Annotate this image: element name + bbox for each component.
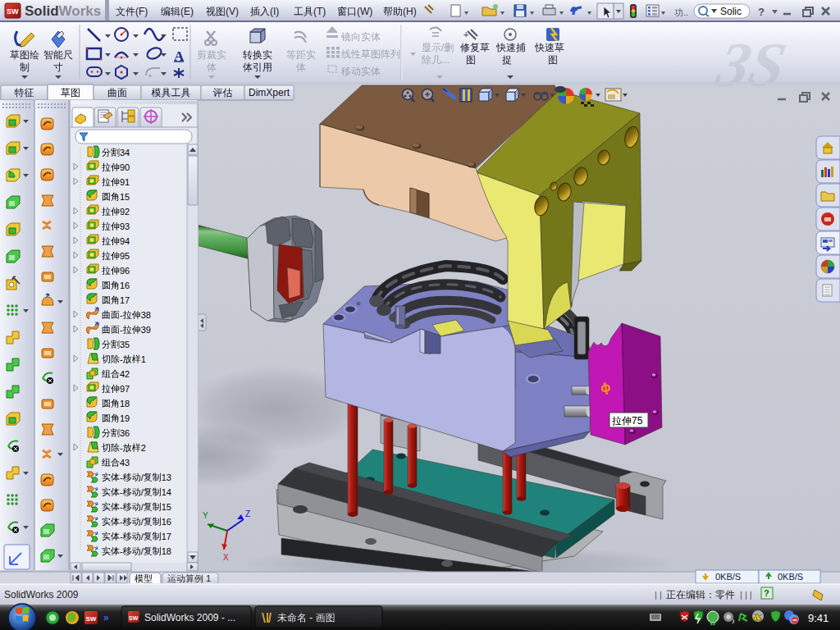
svg-text:95: 95 <box>120 251 130 261</box>
svg-text:»: » <box>103 612 109 623</box>
svg-text:SolidWorks: SolidWorks <box>25 3 101 19</box>
svg-text:17: 17 <box>120 295 130 305</box>
svg-text:35: 35 <box>120 340 130 349</box>
svg-text:97: 97 <box>120 384 130 394</box>
svg-text:18: 18 <box>162 546 171 556</box>
svg-text:75: 75 <box>632 415 643 427</box>
svg-text:?: ? <box>764 588 769 598</box>
svg-text:14: 14 <box>162 487 171 497</box>
svg-text:DimXpert: DimXpert <box>249 87 290 98</box>
svg-text:-: - <box>120 325 123 335</box>
svg-text:+: + <box>148 71 153 80</box>
svg-text:96: 96 <box>120 266 130 276</box>
svg-text:Z: Z <box>245 509 250 518</box>
svg-text:(F): (F) <box>135 6 148 17</box>
svg-text:...: ... <box>441 54 450 66</box>
svg-text:SW: SW <box>7 7 19 16</box>
svg-text:43: 43 <box>120 458 130 468</box>
svg-text:16: 16 <box>162 517 171 527</box>
svg-text:| |: | | <box>655 590 662 600</box>
svg-text:| | |: | | | <box>740 590 752 600</box>
svg-text:16: 16 <box>120 281 130 290</box>
svg-text:!: ! <box>756 616 758 621</box>
svg-text:0KB/S: 0KB/S <box>778 572 803 582</box>
svg-text:19: 19 <box>120 413 130 423</box>
svg-text:-: - <box>120 517 123 527</box>
svg-text:13: 13 <box>162 472 171 482</box>
svg-text:-: - <box>120 443 123 453</box>
svg-text:94: 94 <box>120 236 130 246</box>
svg-text:91: 91 <box>120 177 130 187</box>
svg-text:15: 15 <box>162 502 171 512</box>
svg-text:(H): (H) <box>403 6 417 17</box>
svg-text:0KB/S: 0KB/S <box>715 572 741 582</box>
svg-text:38: 38 <box>141 310 151 320</box>
svg-text:..: .. <box>683 7 688 17</box>
svg-text:Y: Y <box>203 511 208 520</box>
svg-text:-: - <box>120 310 123 320</box>
svg-text:-: - <box>120 532 123 541</box>
svg-text:X: X <box>223 553 229 562</box>
svg-text:92: 92 <box>120 207 130 217</box>
svg-text:15: 15 <box>120 192 130 202</box>
svg-text:18: 18 <box>120 399 130 409</box>
svg-text:-: - <box>120 472 123 482</box>
svg-text:-: - <box>120 502 123 512</box>
svg-text:(W): (W) <box>357 6 372 17</box>
svg-text:2: 2 <box>141 443 146 453</box>
svg-text:(T): (T) <box>313 6 326 17</box>
svg-text:39: 39 <box>141 325 151 335</box>
svg-text:34: 34 <box>120 148 130 158</box>
svg-text:(V): (V) <box>226 6 239 17</box>
svg-text:?: ? <box>758 6 765 18</box>
svg-text:93: 93 <box>120 221 130 231</box>
svg-text:36: 36 <box>120 428 130 438</box>
svg-text:17: 17 <box>162 532 171 541</box>
svg-text:-: - <box>120 546 123 556</box>
svg-text:SolidWorks 2009 - ...: SolidWorks 2009 - ... <box>144 612 235 623</box>
svg-text:42: 42 <box>120 369 130 379</box>
svg-text:9:41: 9:41 <box>808 612 829 624</box>
svg-text:SW: SW <box>86 615 97 623</box>
svg-text:1: 1 <box>203 573 211 583</box>
svg-text:-: - <box>120 487 123 497</box>
svg-text:(I): (I) <box>270 6 279 17</box>
svg-text:SolidWorks 2009: SolidWorks 2009 <box>4 589 79 600</box>
svg-text:+: + <box>463 30 468 39</box>
svg-text:90: 90 <box>120 162 130 172</box>
svg-text:(E): (E) <box>180 6 194 17</box>
svg-text:-: - <box>120 354 123 364</box>
svg-text:1: 1 <box>141 354 146 364</box>
svg-text:Solic: Solic <box>720 6 742 17</box>
svg-text:SW: SW <box>129 615 139 621</box>
svg-text:-: - <box>307 612 316 623</box>
